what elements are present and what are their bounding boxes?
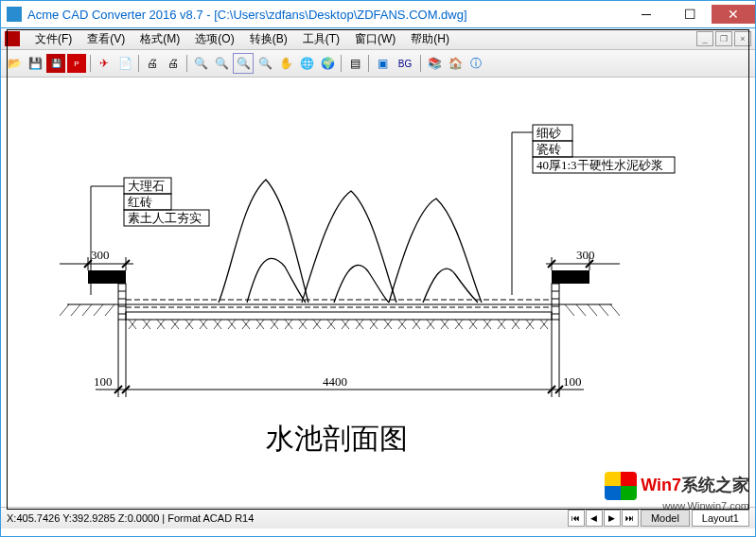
app-window: Acme CAD Converter 2016 v8.7 - [C:\Users… [0,0,756,537]
zoom-rect-icon[interactable]: 🔍 [233,53,254,74]
svg-line-26 [82,304,92,316]
menubar: 文件(F) 查看(V) 格式(M) 选项(O) 转换(B) 工具(T) 窗口(W… [1,28,755,50]
nav-last-icon[interactable]: ⏭ [622,510,639,527]
mdi-minimize-button[interactable]: _ [696,31,713,46]
maximize-button[interactable]: ☐ [668,5,712,24]
label-right-0: 细砂 [536,126,561,140]
cad-drawing: 大理石 红砖 素土人工夯实 细砂 瓷砖 40厚1:3干硬性水泥砂浆 300 30… [1,78,755,507]
save-color-icon[interactable]: 💾 [46,54,65,73]
dim-300-right: 300 [576,248,595,262]
label-right-1: 瓷砖 [536,142,561,156]
pdf-icon[interactable]: P [67,54,86,73]
menu-help[interactable]: 帮助(H) [403,29,457,49]
orbit-icon[interactable]: 🌐 [297,54,316,73]
tab-nav: ⏮ ◀ ▶ ⏭ [568,510,639,527]
dim-4400: 4400 [323,374,347,389]
menu-window[interactable]: 窗口(W) [347,29,403,49]
pool-section [60,284,620,329]
info-icon[interactable]: ⓘ [466,54,485,73]
svg-line-32 [599,304,608,316]
batch-icon[interactable]: 📄 [115,54,134,73]
toolbar-separator [368,55,369,72]
tab-model[interactable]: Model [641,510,690,527]
label-left-2: 素土人工夯实 [128,211,202,225]
nav-next-icon[interactable]: ▶ [604,510,621,527]
label-right-2: 40厚1:3干硬性水泥砂浆 [536,158,663,172]
dim-100-right: 100 [563,374,582,389]
menu-convert[interactable]: 转换(B) [242,29,295,49]
print-icon[interactable]: 🖨 [143,54,162,73]
watermark: Win7系统之家 www.Winwin7.com [605,472,749,511]
bg-button[interactable]: BG [394,54,416,73]
menu-view[interactable]: 查看(V) [79,29,132,49]
status-coords: X:405.7426 Y:392.9285 Z:0.0000 | Format … [7,512,568,524]
watermark-url: www.Winwin7.com [605,500,749,511]
toolbar-separator [186,55,187,72]
zoom-extents-icon[interactable]: 🔍 [255,54,274,73]
tab-layout1[interactable]: Layout1 [692,510,749,527]
rock-outlines [219,180,482,303]
menu-file[interactable]: 文件(F) [27,29,79,49]
dxf-icon[interactable]: ✈ [95,54,114,73]
svg-line-24 [60,304,69,316]
layers-icon[interactable]: ▤ [345,54,364,73]
svg-line-27 [94,304,103,316]
watermark-brand1: Win7 [641,476,681,494]
toolbar-separator [420,55,421,72]
watermark-brand2: 系统之家 [681,476,749,494]
label-left-1: 红砖 [128,195,152,209]
save-icon[interactable]: 💾 [26,54,44,73]
menu-tools[interactable]: 工具(T) [295,29,347,49]
nav-prev-icon[interactable]: ◀ [586,510,603,527]
toolbar-separator [90,55,91,72]
svg-line-31 [588,304,597,316]
svg-line-29 [565,304,574,316]
dim-100-left: 100 [94,374,113,389]
layers2-icon[interactable]: 📚 [425,54,444,73]
menu-options[interactable]: 选项(O) [187,29,241,49]
dim-300-left: 300 [91,248,110,262]
svg-rect-23 [126,312,552,320]
window-controls: ─ ☐ ✕ [624,5,755,24]
svg-line-30 [576,304,586,316]
watermark-logo-icon [605,472,637,500]
globe-icon[interactable]: 🌍 [318,54,337,73]
cap-left [88,270,126,284]
zoom-in-icon[interactable]: 🔍 [191,54,210,73]
drawing-canvas[interactable]: 大理石 红砖 素土人工夯实 细砂 瓷砖 40厚1:3干硬性水泥砂浆 300 30… [1,78,755,507]
svg-line-28 [105,304,114,316]
pan-icon[interactable]: ✋ [276,54,295,73]
nav-first-icon[interactable]: ⏮ [568,510,585,527]
svg-line-33 [610,304,620,316]
drawing-title: 水池剖面图 [266,423,408,454]
toolbar-separator [341,55,342,72]
home-icon[interactable]: 🏠 [446,54,465,73]
titlebar: Acme CAD Converter 2016 v8.7 - [C:\Users… [1,1,755,28]
mdi-restore-button[interactable]: ❐ [715,31,732,46]
menu-format[interactable]: 格式(M) [132,29,187,49]
mdi-close-button[interactable]: × [734,31,751,46]
mdi-controls: _ ❐ × [696,31,751,46]
toolbar: 📂 💾 💾 P ✈ 📄 🖨 🖨 🔍 🔍 🔍 🔍 ✋ 🌐 🌍 ▤ ▣ BG 📚 🏠… [1,50,755,78]
open-icon[interactable]: 📂 [5,54,24,73]
svg-line-25 [71,304,80,316]
toolbar-separator [138,55,139,72]
print-preview-icon[interactable]: 🖨 [164,54,183,73]
zoom-out-icon[interactable]: 🔍 [212,54,231,73]
close-button[interactable]: ✕ [712,5,755,24]
cap-right [552,270,589,284]
app-icon [7,7,22,22]
minimize-button[interactable]: ─ [624,5,668,24]
window-title: Acme CAD Converter 2016 v8.7 - [C:\Users… [27,8,624,22]
label-left-0: 大理石 [128,179,165,193]
dimensions-bottom: 100 4400 100 [94,320,584,397]
layout-icon[interactable]: ▣ [373,54,392,73]
menu-icon [5,31,20,46]
